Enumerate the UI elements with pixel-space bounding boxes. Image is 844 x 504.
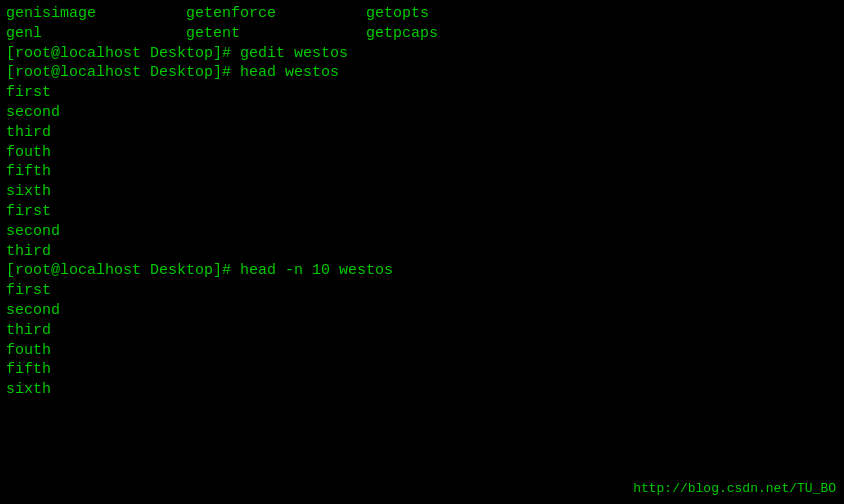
terminal-line: first — [6, 281, 838, 301]
terminal-line: second — [6, 222, 838, 242]
terminal-line: [root@localhost Desktop]# head -n 10 wes… — [6, 261, 838, 281]
terminal-line: fouth — [6, 341, 838, 361]
terminal-line: sixth — [6, 380, 838, 400]
terminal-line: fifth — [6, 162, 838, 182]
terminal-line: genisimage getenforce getopts — [6, 4, 838, 24]
terminal-line: third — [6, 242, 838, 262]
terminal-line: fifth — [6, 360, 838, 380]
terminal-line: [root@localhost Desktop]# head westos — [6, 63, 838, 83]
terminal-line: first — [6, 83, 838, 103]
terminal-line: second — [6, 301, 838, 321]
watermark: http://blog.csdn.net/TU_BO — [633, 481, 836, 496]
terminal-line: third — [6, 123, 838, 143]
terminal-line: first — [6, 202, 838, 222]
terminal-line: genl getent getpcaps — [6, 24, 838, 44]
terminal-line: fouth — [6, 143, 838, 163]
terminal-line: third — [6, 321, 838, 341]
terminal-line: [root@localhost Desktop]# gedit westos — [6, 44, 838, 64]
terminal-line: sixth — [6, 182, 838, 202]
terminal-line: second — [6, 103, 838, 123]
terminal-window: genisimage getenforce getoptsgenl getent… — [0, 0, 844, 404]
